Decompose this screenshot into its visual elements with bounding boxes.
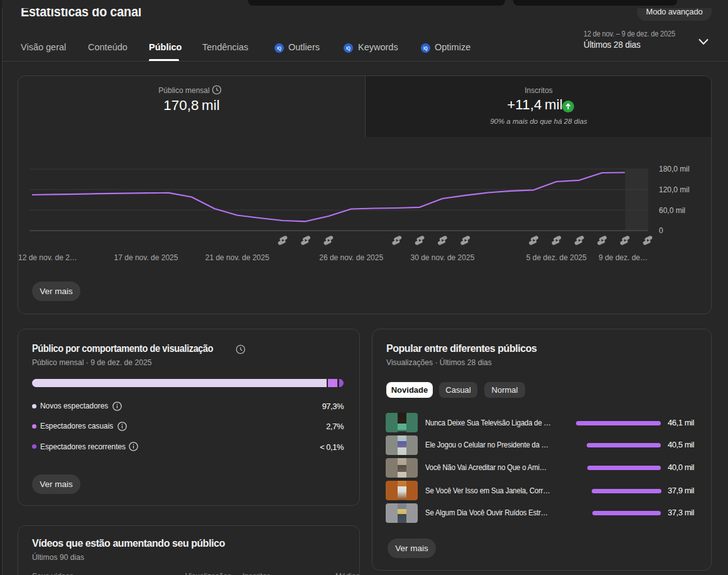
svg-text:5 de dez. de 2025: 5 de dez. de 2025 <box>526 253 587 262</box>
svg-text:9 de dez. de…: 9 de dez. de… <box>599 253 648 262</box>
svg-text:60,0 mil: 60,0 mil <box>659 206 685 215</box>
svg-text:30 de nov. de 2025: 30 de nov. de 2025 <box>410 253 474 262</box>
svg-text:17 de nov. de 2025: 17 de nov. de 2025 <box>114 253 178 262</box>
svg-text:21 de nov. de 2025: 21 de nov. de 2025 <box>205 253 269 262</box>
svg-text:120,0 mil: 120,0 mil <box>659 185 690 194</box>
svg-text:26 de nov. de 2025: 26 de nov. de 2025 <box>319 253 383 262</box>
svg-text:12 de nov. de 2…: 12 de nov. de 2… <box>18 253 77 262</box>
svg-text:180,0 mil: 180,0 mil <box>659 165 690 173</box>
svg-text:0: 0 <box>659 226 663 235</box>
